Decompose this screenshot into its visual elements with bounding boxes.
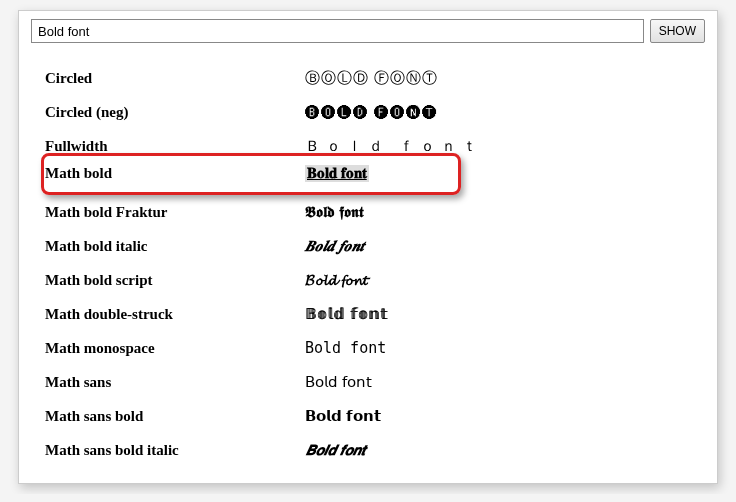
- search-bar: SHOW: [31, 19, 705, 43]
- row-value[interactable]: ⒷⓄⓁⒹ ⒻⓄⓃⓉ: [305, 69, 701, 88]
- result-row-math-sans: Math sans 𝖡𝗈𝗅𝖽 𝖿𝗈𝗇𝗍: [35, 365, 701, 399]
- row-value[interactable]: 𝑩𝒐𝒍𝒅 𝒇𝒐𝒏𝒕: [305, 238, 701, 255]
- result-row-math-double-struck: Math double-struck 𝔹𝕠𝕝𝕕 𝕗𝕠𝕟𝕥: [35, 297, 701, 331]
- result-row-math-bold-fraktur: Math bold Fraktur 𝕭𝖔𝖑𝖉 𝖋𝖔𝖓𝖙: [35, 195, 701, 229]
- row-value[interactable]: 𝙱𝚘𝚕𝚍 𝚏𝚘𝚗𝚝: [305, 339, 701, 358]
- result-row-fullwidth: Fullwidth Ｂｏｌｄ ｆｏｎｔ: [35, 129, 701, 151]
- text-input[interactable]: [31, 19, 644, 43]
- row-label: Fullwidth: [35, 138, 305, 152]
- row-label: Math sans: [35, 374, 305, 391]
- row-value[interactable]: 𝕭𝖔𝖑𝖉 𝖋𝖔𝖓𝖙: [305, 204, 701, 221]
- row-label: Circled (neg): [35, 104, 305, 121]
- row-label: Math bold Fraktur: [35, 204, 305, 221]
- row-label: Math sans bold: [35, 408, 305, 425]
- row-value[interactable]: 🅑🅞🅛🅓 🅕🅞🅝🅣: [305, 104, 701, 121]
- row-value[interactable]: 𝓑𝓸𝓵𝓭 𝓯𝓸𝓷𝓽: [305, 272, 701, 289]
- row-value[interactable]: 𝐁𝐨𝐥𝐝 𝐟𝐨𝐧𝐭: [305, 165, 701, 182]
- app-window: SHOW Circled ⒷⓄⓁⒹ ⒻⓄⓃⓉ Circled (neg) 🅑🅞🅛…: [18, 10, 718, 484]
- result-row-math-sans-bold: Math sans bold 𝗕𝗼𝗹𝗱 𝗳𝗼𝗻𝘁: [35, 399, 701, 433]
- row-value[interactable]: 𝗕𝗼𝗹𝗱 𝗳𝗼𝗻𝘁: [305, 407, 701, 425]
- row-value[interactable]: 𝔹𝕠𝕝𝕕 𝕗𝕠𝕟𝕥: [305, 305, 701, 323]
- row-label: Math bold: [35, 165, 305, 182]
- results-list: Circled ⒷⓄⓁⒹ ⒻⓄⓃⓉ Circled (neg) 🅑🅞🅛🅓 🅕🅞🅝…: [31, 61, 705, 467]
- row-value[interactable]: 𝘽𝙤𝙡𝙙 𝙛𝙤𝙣𝙩: [305, 441, 701, 459]
- row-label: Circled: [35, 70, 305, 87]
- row-label: Math bold italic: [35, 238, 305, 255]
- result-row-math-bold-script: Math bold script 𝓑𝓸𝓵𝓭 𝓯𝓸𝓷𝓽: [35, 263, 701, 297]
- result-row-math-bold-italic: Math bold italic 𝑩𝒐𝒍𝒅 𝒇𝒐𝒏𝒕: [35, 229, 701, 263]
- row-label: Math monospace: [35, 340, 305, 357]
- result-row-circled: Circled ⒷⓄⓁⒹ ⒻⓄⓃⓉ: [35, 61, 701, 95]
- result-row-math-bold: Math bold 𝐁𝐨𝐥𝐝 𝐟𝐨𝐧𝐭: [35, 151, 701, 195]
- row-label: Math double-struck: [35, 306, 305, 323]
- row-value[interactable]: 𝖡𝗈𝗅𝖽 𝖿𝗈𝗇𝗍: [305, 373, 701, 391]
- highlighted-value: 𝐁𝐨𝐥𝐝 𝐟𝐨𝐧𝐭: [305, 165, 369, 182]
- result-row-math-sans-bold-italic: Math sans bold italic 𝘽𝙤𝙡𝙙 𝙛𝙤𝙣𝙩: [35, 433, 701, 467]
- show-button[interactable]: SHOW: [650, 19, 705, 43]
- result-row-circled-neg: Circled (neg) 🅑🅞🅛🅓 🅕🅞🅝🅣: [35, 95, 701, 129]
- row-label: Math sans bold italic: [35, 442, 305, 459]
- row-label: Math bold script: [35, 272, 305, 289]
- result-row-math-monospace: Math monospace 𝙱𝚘𝚕𝚍 𝚏𝚘𝚗𝚝: [35, 331, 701, 365]
- row-value[interactable]: Ｂｏｌｄ ｆｏｎｔ: [305, 137, 701, 152]
